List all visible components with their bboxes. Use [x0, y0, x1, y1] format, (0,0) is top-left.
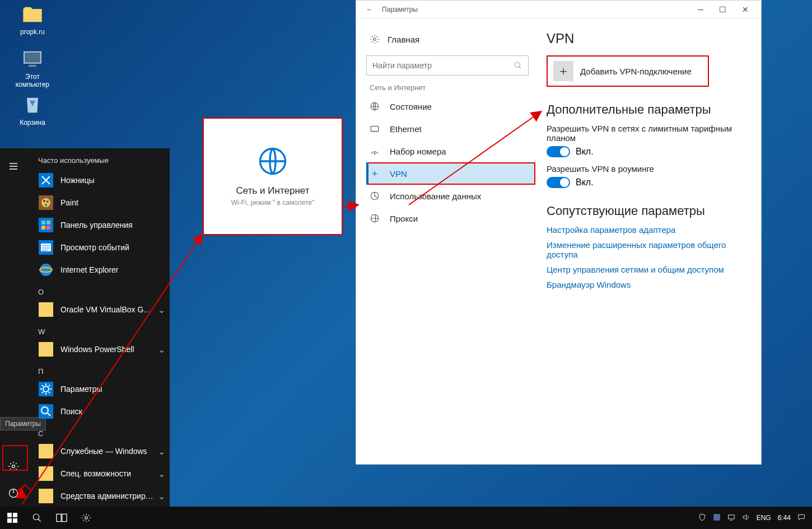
- svg-point-34: [374, 153, 375, 154]
- toggle-state-label: Вкл.: [576, 177, 594, 188]
- svg-rect-13: [41, 226, 45, 230]
- power-icon[interactable]: [0, 480, 27, 507]
- annotation-highlight-settings-gear: [2, 445, 28, 471]
- toggle-state-label: Вкл.: [576, 147, 594, 157]
- desktop-icon-propk[interactable]: propk.ru: [10, 3, 55, 36]
- svg-rect-41: [13, 518, 17, 523]
- start-button[interactable]: [0, 507, 25, 529]
- app-paint[interactable]: Paint: [34, 191, 170, 214]
- svg-rect-14: [46, 226, 50, 230]
- svg-point-17: [40, 264, 52, 276]
- titlebar: ← Параметры ─ ☐ ✕: [356, 1, 761, 18]
- window-title: Параметры: [382, 6, 418, 13]
- app-control-panel[interactable]: Панель управления: [34, 214, 170, 236]
- desktop-icon-recycle-bin[interactable]: Корзина: [10, 94, 55, 127]
- nav-proxy[interactable]: Прокси: [366, 207, 535, 230]
- tray-network-icon[interactable]: [724, 513, 739, 523]
- letter-p[interactable]: П: [34, 361, 170, 378]
- svg-point-9: [45, 204, 47, 206]
- link-network-center[interactable]: Центр управления сетями и общим доступом: [547, 265, 744, 274]
- svg-rect-46: [713, 514, 720, 521]
- hamburger-icon[interactable]: [0, 153, 27, 180]
- app-settings[interactable]: Параметры: [34, 378, 170, 400]
- chevron-down-icon: ⌄: [158, 305, 165, 315]
- toggle-metered[interactable]: [547, 146, 570, 157]
- taskbar-taskview[interactable]: [49, 507, 74, 529]
- svg-rect-27: [39, 489, 53, 503]
- svg-point-35: [374, 173, 376, 175]
- settings-category-tile-network[interactable]: Сеть и Интернет Wi-Fi, режим " в самолет…: [203, 118, 343, 235]
- close-button[interactable]: ✕: [734, 5, 757, 14]
- chevron-down-icon: ⌄: [158, 491, 165, 502]
- start-frequent-header: Часто используемые: [34, 148, 170, 169]
- svg-point-42: [33, 514, 39, 520]
- vpn-icon: [370, 168, 380, 179]
- nav-data-usage[interactable]: Использование данных: [366, 185, 535, 207]
- svg-rect-43: [57, 514, 61, 521]
- nav-vpn[interactable]: VPN: [366, 162, 535, 185]
- app-ease-of-access[interactable]: Спец. возможности ⌄: [34, 462, 170, 485]
- start-apps-list: Часто используемые Ножницы Paint Панель …: [34, 148, 170, 507]
- back-button[interactable]: ←: [361, 6, 379, 13]
- app-virtualbox-guest[interactable]: Oracle VM VirtualBox Guest A... ⌄: [34, 298, 170, 321]
- chevron-down-icon: ⌄: [158, 446, 165, 457]
- nav-dialup[interactable]: Набор номера: [366, 140, 535, 162]
- app-admin-tools[interactable]: Средства администрировани... ⌄: [34, 485, 170, 507]
- svg-rect-20: [39, 342, 53, 357]
- app-windows-tools[interactable]: Служебные — Windows ⌄: [34, 440, 170, 462]
- taskbar-search[interactable]: [25, 507, 49, 529]
- ethernet-icon: [370, 124, 380, 134]
- tray-language[interactable]: ENG: [753, 514, 774, 522]
- search-icon: [514, 61, 522, 70]
- nav-ethernet[interactable]: Ethernet: [366, 118, 535, 140]
- svg-rect-33: [371, 127, 379, 132]
- taskbar: ENG 6:44: [0, 507, 812, 529]
- svg-point-7: [43, 200, 45, 202]
- svg-point-31: [515, 62, 520, 67]
- letter-o[interactable]: O: [34, 281, 170, 298]
- folder-icon: [21, 3, 44, 26]
- nav-status[interactable]: Состояние: [366, 95, 535, 118]
- app-powershell[interactable]: Windows PowerShell ⌄: [34, 338, 170, 361]
- tile-title: Сеть и Интернет: [236, 185, 310, 196]
- svg-rect-26: [39, 466, 53, 481]
- gear-icon: [370, 34, 380, 44]
- app-internet-explorer[interactable]: Internet Explorer: [34, 259, 170, 281]
- tray-notifications-icon[interactable]: [794, 513, 809, 523]
- desktop-icon-this-pc[interactable]: Этот компьютер: [10, 48, 55, 88]
- taskbar-settings-app[interactable]: [74, 507, 99, 529]
- tray-vbox-icon[interactable]: [710, 513, 724, 523]
- proxy-icon: [370, 213, 380, 223]
- svg-rect-39: [13, 513, 17, 517]
- search-input[interactable]: [372, 61, 514, 70]
- app-snipping-tool[interactable]: Ножницы: [34, 169, 170, 191]
- link-adapter-options[interactable]: Настройка параметров адаптера: [547, 225, 744, 235]
- tile-subtitle: Wi-Fi, режим " в самолете": [231, 199, 314, 207]
- nav-home[interactable]: Главная: [366, 29, 535, 50]
- tray-shield-icon[interactable]: [695, 513, 710, 523]
- dialup-icon: [370, 146, 380, 156]
- option-roaming: Разрешить VPN в роуминге: [547, 164, 744, 174]
- letter-w[interactable]: W: [34, 321, 170, 338]
- tray-clock[interactable]: 6:44: [774, 514, 794, 522]
- toggle-roaming[interactable]: [547, 177, 570, 188]
- svg-rect-40: [7, 518, 12, 523]
- add-vpn-button[interactable]: ＋ Добавить VPN-подключение: [547, 55, 709, 87]
- link-firewall[interactable]: Брандмауэр Windows: [547, 280, 744, 289]
- status-icon: [370, 101, 380, 111]
- svg-rect-0: [24, 52, 41, 63]
- letter-c[interactable]: С: [34, 423, 170, 440]
- app-event-viewer[interactable]: Просмотр событий: [34, 236, 170, 259]
- option-metered: Разрешить VPN в сетях с лимитным тарифны…: [547, 124, 744, 143]
- svg-rect-25: [39, 444, 53, 458]
- page-title: VPN: [547, 31, 744, 46]
- settings-content: VPN ＋ Добавить VPN-подключение Дополните…: [535, 18, 761, 464]
- search-input-wrapper[interactable]: [366, 55, 529, 76]
- maximize-button[interactable]: ☐: [711, 5, 734, 14]
- minimize-button[interactable]: ─: [690, 5, 711, 14]
- tray-volume-icon[interactable]: [739, 513, 753, 523]
- chevron-down-icon: ⌄: [158, 344, 165, 355]
- svg-point-30: [374, 38, 376, 41]
- app-search[interactable]: Поиск: [34, 400, 170, 423]
- link-sharing-options[interactable]: Изменение расширенных параметров общего …: [547, 240, 744, 259]
